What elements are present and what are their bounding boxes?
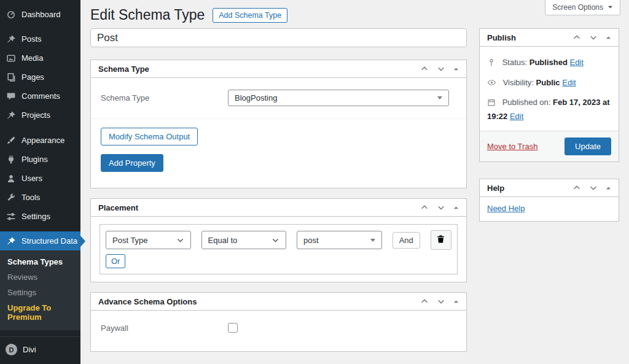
- help-panel-header: Help: [480, 179, 619, 197]
- collapse-toggle-icon[interactable]: [606, 185, 611, 191]
- edit-status-link[interactable]: Edit: [569, 58, 583, 67]
- status-row: Status: Published Edit: [487, 56, 611, 71]
- sidebar-item-settings[interactable]: Settings: [0, 207, 80, 226]
- placement-operator-select[interactable]: Equal to: [201, 231, 287, 249]
- panel-title: Placement: [98, 203, 138, 212]
- page-title: Edit Schema Type: [90, 7, 205, 23]
- sidebar-item-label: Structured Data: [21, 236, 77, 246]
- sidebar-item-label: Appearance: [21, 136, 64, 145]
- schema-type-select-value: BlogPosting: [235, 93, 277, 103]
- eye-icon: [487, 78, 496, 91]
- sidebar-item-tools[interactable]: Tools: [0, 188, 80, 207]
- panel-handle-actions: [420, 64, 459, 73]
- placement-field-select[interactable]: Post Type: [106, 231, 191, 249]
- schema-type-field-row: Schema Type BlogPosting: [91, 78, 466, 119]
- advance-panel-body: Paywall: [91, 311, 466, 351]
- paywall-label: Paywall: [101, 323, 228, 333]
- schema-type-select[interactable]: BlogPosting: [228, 90, 449, 106]
- sidebar-item-divi[interactable]: D Divi: [0, 339, 80, 360]
- help-panel-body: Need Help: [480, 197, 619, 221]
- sidebar-item-projects[interactable]: Projects: [0, 106, 80, 125]
- sidebar-item-plugins[interactable]: Plugins: [0, 150, 80, 169]
- move-down-icon[interactable]: [437, 297, 445, 306]
- media-icon: [6, 53, 16, 63]
- collapse-toggle-icon[interactable]: [606, 35, 611, 41]
- placement-value-select[interactable]: post: [297, 231, 382, 249]
- advance-panel-header: Advance Schema Options: [91, 293, 466, 311]
- panel-handle-actions: [420, 297, 459, 306]
- menu-separator: [0, 24, 80, 29]
- select-arrow-icon: [437, 96, 442, 102]
- placement-value: post: [303, 236, 319, 245]
- pushpin-icon: [6, 34, 16, 44]
- move-up-icon[interactable]: [572, 184, 581, 192]
- panel-handle-actions: [572, 184, 611, 192]
- sidebar-item-label: Dashboard: [21, 10, 61, 19]
- collapse-menu-button[interactable]: Collapse menu: [0, 360, 80, 364]
- paywall-checkbox[interactable]: [228, 323, 238, 333]
- sidebar-item-structured-data[interactable]: Structured Data: [0, 231, 80, 250]
- placement-rule-group: Post Type Equal to post And: [100, 224, 458, 274]
- panel-handle-actions: [572, 33, 611, 42]
- move-down-icon[interactable]: [589, 184, 598, 192]
- submenu-item-upgrade-premium[interactable]: Upgrade To Premium: [0, 300, 80, 325]
- edit-published-link[interactable]: Edit: [510, 112, 523, 121]
- panel-handle-actions: [420, 203, 459, 212]
- move-to-trash-link[interactable]: Move to Trash: [487, 142, 537, 151]
- brush-icon: [6, 135, 16, 145]
- sidebar-item-pages[interactable]: Pages: [0, 68, 80, 87]
- move-up-icon[interactable]: [420, 203, 429, 212]
- admin-sidebar: Dashboard Posts Media Pages Comments Pro…: [0, 0, 80, 364]
- submenu-item-settings[interactable]: Settings: [0, 285, 80, 300]
- move-up-icon[interactable]: [572, 33, 581, 42]
- select-arrow-icon: [370, 239, 375, 244]
- move-down-icon[interactable]: [437, 203, 445, 212]
- main-content: Screen Options Edit Schema Type Add Sche…: [80, 0, 629, 364]
- sidebar-item-appearance[interactable]: Appearance: [0, 131, 80, 150]
- status-label: Status:: [502, 58, 527, 67]
- placement-field-value: Post Type: [112, 236, 148, 245]
- submenu-item-schema-types[interactable]: Schema Types: [0, 254, 80, 269]
- sidebar-item-label: Media: [21, 53, 43, 63]
- sidebar-item-dashboard[interactable]: Dashboard: [0, 5, 80, 24]
- chevron-down-icon: [272, 236, 279, 244]
- dashboard-icon: [6, 9, 16, 20]
- sidebar-item-media[interactable]: Media: [0, 48, 80, 68]
- sidebar-item-users[interactable]: Users: [0, 169, 80, 188]
- user-icon: [6, 173, 16, 184]
- trash-icon: [436, 234, 445, 246]
- wrench-icon: [6, 192, 16, 203]
- edit-visibility-link[interactable]: Edit: [562, 78, 576, 87]
- need-help-link[interactable]: Need Help: [487, 204, 525, 213]
- collapse-toggle-icon[interactable]: [453, 299, 459, 304]
- delete-rule-button[interactable]: [431, 230, 451, 250]
- visibility-value: Public: [536, 78, 560, 87]
- move-up-icon[interactable]: [420, 64, 429, 73]
- or-condition-button[interactable]: Or: [106, 254, 125, 268]
- move-up-icon[interactable]: [420, 297, 429, 306]
- right-column: Publish Status: Published Edit: [479, 28, 619, 231]
- modify-schema-output-button[interactable]: Modify Schema Output: [101, 128, 198, 145]
- post-title-input[interactable]: [90, 28, 467, 47]
- panel-title: Publish: [487, 33, 516, 42]
- visibility-row: Visibility: Public Edit: [487, 77, 611, 91]
- move-down-icon[interactable]: [589, 33, 598, 42]
- visibility-label: Visibility:: [503, 78, 534, 87]
- edit-columns: Schema Type Schema Type BlogPosting: [90, 28, 620, 362]
- collapse-toggle-icon[interactable]: [453, 66, 459, 72]
- publish-panel-header: Publish: [480, 29, 619, 47]
- add-schema-type-button[interactable]: Add Schema Type: [213, 8, 287, 23]
- add-property-button[interactable]: Add Property: [101, 154, 163, 172]
- screen-options-button[interactable]: Screen Options: [545, 0, 620, 15]
- update-button[interactable]: Update: [565, 137, 611, 155]
- sidebar-item-comments[interactable]: Comments: [0, 87, 80, 106]
- sidebar-item-label: Divi: [23, 345, 36, 354]
- and-condition-button[interactable]: And: [393, 232, 420, 249]
- move-down-icon[interactable]: [437, 64, 445, 73]
- sidebar-item-posts[interactable]: Posts: [0, 29, 80, 48]
- collapse-toggle-icon[interactable]: [453, 205, 459, 211]
- calendar-icon: [487, 98, 496, 110]
- comment-icon: [6, 91, 16, 101]
- menu-separator: [0, 226, 80, 231]
- submenu-item-reviews[interactable]: Reviews: [0, 269, 80, 285]
